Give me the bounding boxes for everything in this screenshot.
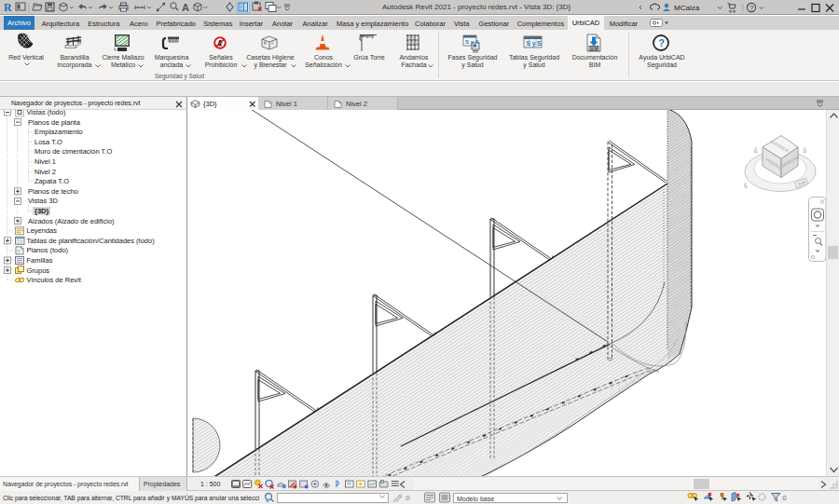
svg-text:MCalza: MCalza xyxy=(674,4,700,12)
svg-text:?: ? xyxy=(750,4,754,12)
svg-text:A: A xyxy=(182,2,189,13)
svg-text:BIM: BIM xyxy=(590,47,598,51)
svg-text:?: ? xyxy=(658,37,665,48)
svg-text:S y S: S y S xyxy=(527,40,543,48)
